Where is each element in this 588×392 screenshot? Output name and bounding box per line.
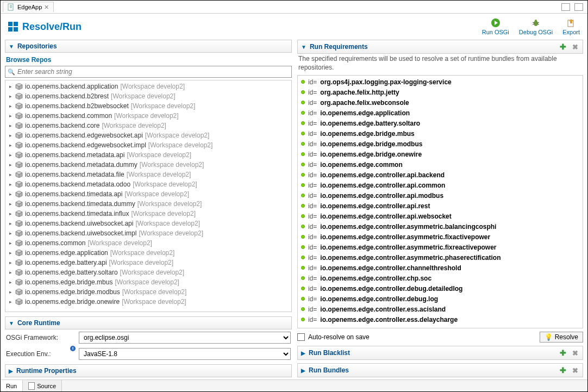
chevron-right-icon[interactable]: ▸ bbox=[8, 289, 13, 295]
repo-tree-item[interactable]: ▸io.openems.backend.uiwebsocket.impl [Wo… bbox=[5, 228, 291, 238]
requirement-item[interactable]: id=io.openems.edge.bridge.modbus bbox=[298, 139, 583, 149]
repo-tree-item[interactable]: ▸io.openems.backend.timedata.influx [Wor… bbox=[5, 209, 291, 219]
repo-search-input[interactable]: 🔍 bbox=[5, 66, 292, 78]
chevron-right-icon[interactable]: ▸ bbox=[8, 84, 13, 89]
chevron-right-icon[interactable]: ▸ bbox=[8, 221, 13, 226]
repo-tree-item[interactable]: ▸io.openems.backend.core [Workspace deve… bbox=[5, 121, 291, 130]
osgi-framework-select[interactable]: org.eclipse.osgi bbox=[79, 332, 291, 344]
repo-tree-item[interactable]: ▸io.openems.backend.timedata.api [Worksp… bbox=[5, 189, 291, 199]
requirement-item[interactable]: id=io.openems.edge.controller.debug.log bbox=[298, 294, 583, 304]
chevron-right-icon[interactable]: ▸ bbox=[8, 182, 13, 187]
chevron-right-icon[interactable]: ▸ bbox=[8, 133, 13, 138]
chevron-right-icon[interactable]: ▸ bbox=[8, 299, 13, 304]
repo-tree-item[interactable]: ▸io.openems.backend.b2brest [Workspace d… bbox=[5, 91, 291, 101]
resolve-button[interactable]: Resolve bbox=[540, 332, 583, 343]
repo-tree-item[interactable]: ▸io.openems.backend.application [Workspa… bbox=[5, 82, 291, 91]
section-run-blacklist[interactable]: ▶ Run Blacklist bbox=[297, 346, 583, 360]
requirement-item[interactable]: id=io.openems.edge.controller.api.modbus bbox=[298, 190, 583, 201]
chevron-right-icon[interactable]: ▸ bbox=[8, 240, 13, 246]
requirement-item[interactable]: id=io.openems.edge.bridge.mbus bbox=[298, 128, 583, 139]
execution-env-select[interactable]: JavaSE-1.8 bbox=[79, 348, 291, 360]
section-run-bundles[interactable]: ▶ Run Bundles bbox=[297, 363, 583, 377]
remove-blacklist-button[interactable] bbox=[571, 349, 579, 357]
requirement-item[interactable]: id=io.openems.edge.common bbox=[298, 159, 583, 170]
repo-tree-item[interactable]: ▸io.openems.edge.battery.soltaro [Worksp… bbox=[5, 267, 291, 277]
chevron-right-icon[interactable]: ▸ bbox=[8, 123, 13, 128]
requirement-item[interactable]: id=io.openems.edge.battery.soltaro bbox=[298, 118, 583, 128]
requirements-list[interactable]: id=org.ops4j.pax.logging.pax-logging-ser… bbox=[297, 75, 583, 328]
chevron-right-icon[interactable]: ▸ bbox=[8, 152, 13, 158]
chevron-right-icon[interactable]: ▸ bbox=[8, 94, 13, 99]
auto-resolve-checkbox[interactable] bbox=[297, 333, 305, 341]
repo-tree-item[interactable]: ▸io.openems.backend.uiwebsocket.api [Wor… bbox=[5, 219, 291, 228]
minimize-icon[interactable] bbox=[561, 3, 570, 11]
repo-tree-item[interactable]: ▸io.openems.edge.application [Workspace … bbox=[5, 248, 291, 258]
requirement-item[interactable]: id=io.openems.edge.controller.debug.deta… bbox=[298, 283, 583, 294]
repo-tree-item[interactable]: ▸io.openems.common [Workspace develop2] bbox=[5, 238, 291, 248]
chevron-right-icon[interactable]: ▸ bbox=[8, 142, 13, 148]
requirement-item[interactable]: id=io.openems.edge.controller.api.websoc… bbox=[298, 211, 583, 221]
repo-tree-item[interactable]: ▸io.openems.edge.battery.api [Workspace … bbox=[5, 258, 291, 267]
export-button[interactable]: Export bbox=[562, 18, 580, 35]
repo-tree-item[interactable]: ▸io.openems.edge.bridge.onewire [Workspa… bbox=[5, 297, 291, 307]
chevron-right-icon[interactable]: ▸ bbox=[8, 201, 13, 207]
requirement-item[interactable]: id=io.openems.edge.controller.asymmetric… bbox=[298, 232, 583, 242]
requirement-item[interactable]: id=io.openems.edge.bridge.onewire bbox=[298, 149, 583, 159]
requirement-item[interactable]: id=io.openems.edge.controller.api.backen… bbox=[298, 170, 583, 180]
repo-tree[interactable]: ▸io.openems.backend.application [Workspa… bbox=[5, 80, 292, 312]
repo-tree-item[interactable]: ▸io.openems.backend.b2bwebsocket [Worksp… bbox=[5, 101, 291, 111]
add-requirement-button[interactable] bbox=[559, 42, 567, 51]
remove-bundle-button[interactable] bbox=[571, 366, 579, 375]
run-osgi-button[interactable]: Run OSGi bbox=[482, 18, 509, 35]
chevron-right-icon[interactable]: ▸ bbox=[8, 260, 13, 265]
requirement-id: io.openems.edge.controller.channelthresh… bbox=[320, 264, 461, 272]
requirement-item[interactable]: id=io.openems.edge.controller.asymmetric… bbox=[298, 242, 583, 252]
repo-tree-item[interactable]: ▸io.openems.backend.common [Workspace de… bbox=[5, 111, 291, 121]
section-repositories[interactable]: ▼ Repositories bbox=[5, 40, 292, 53]
chevron-right-icon[interactable]: ▸ bbox=[8, 270, 13, 275]
add-bundle-button[interactable] bbox=[559, 366, 567, 375]
repo-tree-item[interactable]: ▸io.openems.backend.metadata.odoo [Works… bbox=[5, 179, 291, 189]
requirement-item[interactable]: id=io.openems.edge.controller.api.common bbox=[298, 180, 583, 190]
section-runtime-properties[interactable]: ▶ Runtime Properties bbox=[5, 364, 292, 377]
repo-tree-item[interactable]: ▸io.openems.backend.timedata.dummy [Work… bbox=[5, 199, 291, 209]
tab-run[interactable]: Run bbox=[1, 380, 23, 391]
chevron-right-icon[interactable]: ▸ bbox=[8, 191, 13, 197]
section-run-requirements[interactable]: ▼ Run Requirements bbox=[297, 40, 583, 54]
repo-tree-item[interactable]: ▸io.openems.edge.bridge.modbus [Workspac… bbox=[5, 287, 291, 297]
requirement-item[interactable]: id=org.ops4j.pax.logging.pax-logging-ser… bbox=[298, 77, 583, 87]
requirement-item[interactable]: id=io.openems.edge.controller.chp.soc bbox=[298, 273, 583, 283]
chevron-right-icon[interactable]: ▸ bbox=[8, 231, 13, 236]
chevron-right-icon[interactable]: ▸ bbox=[8, 113, 13, 119]
requirement-item[interactable]: id=org.apache.felix.webconsole bbox=[298, 97, 583, 108]
repo-tree-item[interactable]: ▸io.openems.backend.metadata.api [Worksp… bbox=[5, 150, 291, 160]
requirement-item[interactable]: id=io.openems.edge.controller.api.rest bbox=[298, 201, 583, 211]
requirement-item[interactable]: id=io.openems.edge.controller.asymmetric… bbox=[298, 252, 583, 263]
requirement-item[interactable]: id=io.openems.edge.controller.ess.acisla… bbox=[298, 304, 583, 314]
close-icon[interactable]: ✕ bbox=[44, 4, 49, 11]
section-core-runtime[interactable]: ▼ Core Runtime bbox=[5, 316, 292, 329]
repo-tree-item[interactable]: ▸io.openems.backend.edgewebsocket.api [W… bbox=[5, 130, 291, 140]
requirement-item[interactable]: id=io.openems.edge.controller.channelthr… bbox=[298, 263, 583, 273]
repo-tree-item[interactable]: ▸io.openems.edge.bridge.mbus [Workspace … bbox=[5, 277, 291, 287]
tab-source[interactable]: Source bbox=[23, 380, 62, 391]
requirement-item[interactable]: id=io.openems.edge.controller.ess.delayc… bbox=[298, 314, 583, 325]
chevron-right-icon[interactable]: ▸ bbox=[8, 103, 13, 109]
add-blacklist-button[interactable] bbox=[559, 349, 567, 357]
requirement-item[interactable]: id=io.openems.edge.controller.asymmetric… bbox=[298, 221, 583, 232]
chevron-right-icon[interactable]: ▸ bbox=[8, 211, 13, 216]
chevron-right-icon[interactable]: ▸ bbox=[8, 162, 13, 167]
repo-tree-item[interactable]: ▸io.openems.backend.metadata.dummy [Work… bbox=[5, 160, 291, 170]
repo-tree-item[interactable]: ▸io.openems.backend.metadata.file [Works… bbox=[5, 170, 291, 179]
debug-osgi-button[interactable]: Debug OSGi bbox=[519, 18, 553, 35]
remove-requirement-button[interactable] bbox=[571, 42, 579, 51]
requirement-item[interactable]: id=org.apache.felix.http.jetty bbox=[298, 87, 583, 97]
requirement-item[interactable]: id=io.openems.edge.application bbox=[298, 108, 583, 118]
requirement-id: io.openems.edge.application bbox=[320, 109, 410, 117]
chevron-right-icon[interactable]: ▸ bbox=[8, 279, 13, 285]
chevron-right-icon[interactable]: ▸ bbox=[8, 172, 13, 177]
chevron-right-icon[interactable]: ▸ bbox=[8, 250, 13, 256]
repo-tree-item[interactable]: ▸io.openems.backend.edgewebsocket.impl [… bbox=[5, 140, 291, 150]
editor-tab-edgeapp[interactable]: EdgeApp ✕ bbox=[3, 2, 54, 12]
maximize-icon[interactable] bbox=[574, 3, 583, 11]
